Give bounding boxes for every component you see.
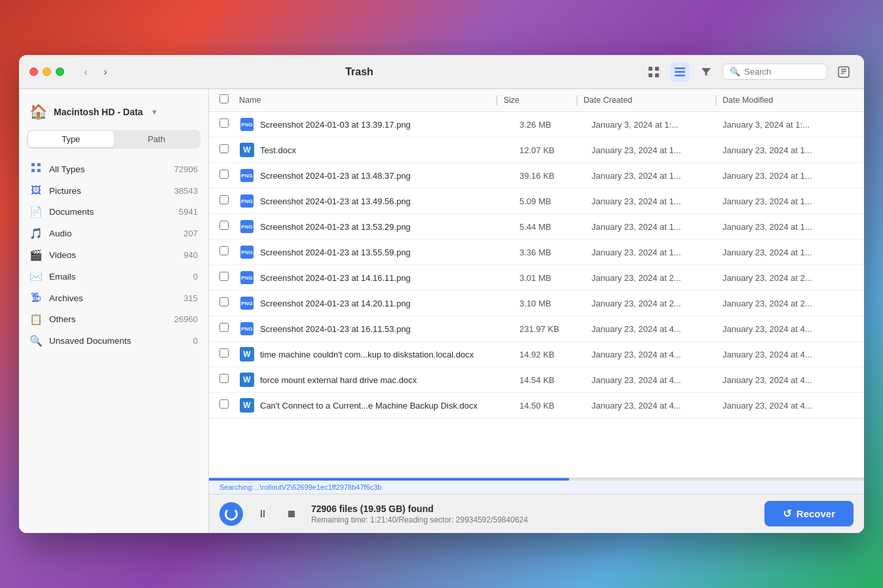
file-type-icon: W [239, 397, 255, 413]
file-date-created: January 23, 2024 at 1... [592, 145, 723, 155]
file-size: 3.26 MB [519, 120, 592, 130]
row-checkbox[interactable] [219, 221, 239, 232]
tab-type[interactable]: Type [28, 131, 114, 147]
file-date-modified: January 23, 2024 at 1... [723, 145, 854, 155]
table-row: PNG Screenshot 2024-01-23 at 16.11.53.pn… [209, 316, 864, 342]
row-checkbox[interactable] [219, 170, 239, 181]
progress-bar-container [209, 478, 864, 481]
traffic-lights [29, 67, 64, 76]
row-checkbox[interactable] [219, 374, 239, 386]
scan-info: 72906 files (19.95 GB) found Remaining t… [311, 504, 754, 524]
scan-remaining-text: Remaining time: 1:21:40/Reading sector: … [311, 515, 754, 524]
titlebar: ‹ › Trash [19, 55, 864, 89]
footer: ⏸ ⏹ 72906 files (19.95 GB) found Remaini… [209, 494, 864, 533]
sidebar-item-pictures[interactable]: 🖼 Pictures 38543 [19, 180, 208, 201]
file-type-icon: PNG [239, 219, 255, 234]
scan-icon [219, 502, 243, 526]
file-date-created: January 23, 2024 at 1... [592, 248, 723, 257]
pause-button[interactable]: ⏸ [254, 505, 272, 523]
file-size: 3.01 MB [519, 273, 592, 283]
archive-icon: 🗜 [29, 292, 43, 304]
sidebar-item-archives[interactable]: 🗜 Archives 315 [19, 287, 208, 308]
table-header: Name | Size | Date Created | Date Modifi… [209, 89, 864, 112]
file-type-icon: PNG [239, 117, 255, 132]
file-content: Name | Size | Date Created | Date Modifi… [209, 89, 864, 533]
home-icon: 🏠 [29, 103, 47, 120]
document-icon: 📄 [29, 206, 43, 218]
stop-button[interactable]: ⏹ [282, 505, 301, 523]
docx-icon: W [240, 373, 254, 387]
sidebar-item-label: Unsaved Documents [49, 336, 187, 346]
filter-button[interactable] [696, 62, 716, 82]
svg-rect-8 [841, 69, 846, 70]
list-view-button[interactable] [670, 62, 690, 82]
sidebar-item-videos[interactable]: 🎬 Videos 940 [19, 244, 208, 266]
row-checkbox[interactable] [219, 119, 239, 130]
app-window: ‹ › Trash [19, 55, 864, 533]
row-checkbox[interactable] [219, 348, 239, 360]
sidebar-item-label: Others [49, 314, 168, 324]
unsaved-icon: 🔍 [29, 335, 43, 347]
sidebar-item-count: 38543 [174, 186, 198, 196]
col-date-modified-header: Date Modified [723, 96, 854, 105]
sidebar-item-count: 940 [183, 250, 198, 260]
progress-path: Searching:...\rolloutV2\62699e1ec1ff2978… [209, 481, 864, 494]
file-size: 14.92 KB [519, 350, 592, 359]
svg-rect-5 [675, 71, 685, 73]
grid-view-button[interactable] [644, 62, 664, 82]
scan-found-text: 72906 files (19.95 GB) found [311, 504, 754, 514]
svg-rect-9 [841, 71, 846, 72]
file-size: 5.09 MB [519, 196, 592, 206]
row-checkbox[interactable] [219, 272, 239, 284]
row-checkbox[interactable] [219, 323, 239, 335]
minimize-button[interactable] [43, 67, 51, 76]
select-all-checkbox[interactable] [219, 94, 239, 106]
search-input[interactable] [744, 67, 820, 77]
sidebar-item-others[interactable]: 📋 Others 26960 [19, 308, 208, 330]
tab-path[interactable]: Path [114, 131, 200, 147]
sidebar-item-count: 26960 [174, 314, 198, 324]
row-checkbox[interactable] [219, 399, 239, 411]
file-date-modified: January 23, 2024 at 2... [723, 299, 854, 308]
sidebar-item-audio[interactable]: 🎵 Audio 207 [19, 223, 208, 244]
row-checkbox[interactable] [219, 195, 239, 207]
file-type-icon: PNG [239, 193, 255, 209]
col-size-header: Size [504, 96, 576, 105]
sidebar-item-all-types[interactable]: All Types 72906 [19, 158, 208, 180]
sidebar: 🏠 Macintosh HD - Data ▼ Type Path [19, 89, 209, 533]
recover-button[interactable]: ↺ Recover [764, 501, 854, 526]
fullscreen-button[interactable] [56, 67, 64, 76]
sidebar-item-count: 5941 [179, 207, 198, 217]
info-button[interactable] [834, 62, 854, 82]
png-icon: PNG [240, 322, 254, 335]
sidebar-item-count: 72906 [174, 164, 198, 174]
close-button[interactable] [29, 67, 38, 76]
sidebar-item-label: Documents [49, 207, 172, 217]
chevron-down-icon: ▼ [151, 108, 158, 116]
sidebar-item-documents[interactable]: 📄 Documents 5941 [19, 201, 208, 223]
file-date-modified: January 23, 2024 at 1... [723, 171, 854, 181]
row-checkbox[interactable] [219, 246, 239, 258]
sidebar-device[interactable]: 🏠 Macintosh HD - Data ▼ [19, 100, 208, 130]
sidebar-item-label: Pictures [49, 186, 168, 196]
row-checkbox[interactable] [219, 297, 239, 309]
svg-rect-11 [31, 163, 35, 166]
docx-icon: W [240, 347, 254, 361]
file-name: force mount external hard drive mac.docx [260, 375, 519, 385]
png-icon: PNG [240, 194, 254, 208]
recover-label: Recover [797, 508, 835, 519]
row-checkbox[interactable] [219, 144, 239, 156]
sidebar-item-unsaved-documents[interactable]: 🔍 Unsaved Documents 0 [19, 330, 208, 352]
others-icon: 📋 [29, 313, 43, 325]
svg-rect-14 [37, 169, 41, 172]
sidebar-item-emails[interactable]: ✉️ Emails 0 [19, 266, 208, 287]
docx-icon: W [240, 143, 254, 157]
audio-icon: 🎵 [29, 227, 43, 240]
sidebar-item-label: Videos [49, 250, 177, 260]
main-layout: 🏠 Macintosh HD - Data ▼ Type Path [19, 89, 864, 533]
file-size: 5.44 MB [519, 222, 592, 232]
file-date-created: January 23, 2024 at 4... [592, 375, 723, 385]
file-date-created: January 23, 2024 at 2... [592, 299, 723, 308]
file-name: Screenshot 2024-01-03 at 13.39.17.png [260, 120, 519, 130]
file-type-icon: PNG [239, 270, 255, 285]
